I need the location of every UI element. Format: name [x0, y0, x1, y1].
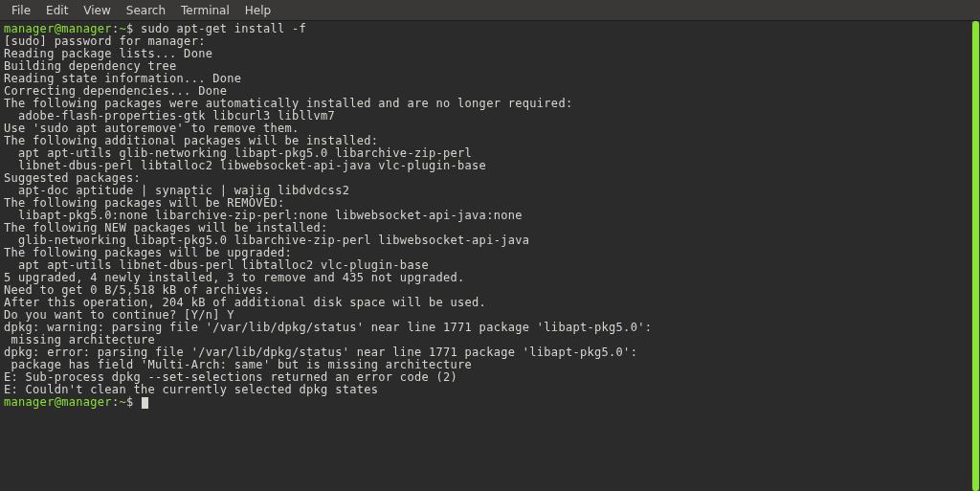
prompt-symbol: $ [126, 395, 134, 409]
terminal-line: package has field 'Multi-Arch: same' but… [4, 358, 472, 371]
terminal-line: apt apt-utils glib-networking libapt-pkg… [4, 146, 472, 160]
terminal-line: [sudo] password for manager: [4, 34, 206, 48]
terminal-area[interactable]: manager@manager:~$ sudo apt-get install … [0, 21, 980, 491]
terminal-line: The following NEW packages will be insta… [4, 221, 328, 234]
terminal-line: libapt-pkg5.0:none libarchive-zip-perl:n… [4, 209, 523, 222]
terminal-line: Reading state information... Done [4, 72, 241, 85]
terminal-line: Use 'sudo apt autoremove' to remove them… [4, 122, 300, 135]
scrollbar[interactable] [970, 21, 980, 491]
scrollbar-thumb[interactable] [972, 21, 979, 491]
terminal-line: apt apt-utils libnet-dbus-perl libtalloc… [4, 258, 429, 272]
menu-view[interactable]: View [76, 2, 118, 19]
terminal-line: Building dependency tree [4, 59, 177, 73]
terminal-line: E: Sub-process dpkg --set-selections ret… [4, 370, 457, 384]
prompt-symbol: $ [126, 22, 134, 35]
menu-help[interactable]: Help [237, 2, 278, 19]
terminal-line: missing architecture [4, 333, 155, 346]
terminal-line: Suggested packages: [4, 171, 141, 185]
terminal-line: The following packages were automaticall… [4, 97, 572, 110]
prompt-path: ~ [119, 395, 126, 409]
terminal-line: dpkg: warning: parsing file '/var/lib/dp… [4, 321, 652, 334]
terminal-line: 5 upgraded, 4 newly installed, 3 to remo… [4, 271, 465, 284]
terminal-line: Need to get 0 B/5,518 kB of archives. [4, 283, 270, 297]
terminal-line: The following additional packages will b… [4, 134, 378, 147]
command-text: sudo apt-get install -f [141, 22, 306, 35]
menubar: File Edit View Search Terminal Help [0, 0, 980, 21]
terminal-line: dpkg: error: parsing file '/var/lib/dpkg… [4, 346, 637, 359]
prompt-path: ~ [119, 22, 126, 35]
menu-edit[interactable]: Edit [38, 2, 76, 19]
terminal-content[interactable]: manager@manager:~$ sudo apt-get install … [0, 21, 970, 491]
prompt-user: manager@manager [4, 395, 112, 409]
terminal-line: The following packages will be upgraded: [4, 246, 292, 259]
terminal-line: adobe-flash-properties-gtk libcurl3 libl… [4, 109, 335, 123]
cursor [142, 397, 148, 409]
terminal-line: apt-doc aptitude | synaptic | wajig libd… [4, 184, 349, 197]
terminal-line: E: Couldn't clean the currently selected… [4, 383, 378, 396]
terminal-line: glib-networking libapt-pkg5.0 libarchive… [4, 234, 529, 247]
terminal-line: Reading package lists... Done [4, 47, 212, 60]
prompt-user: manager@manager [4, 22, 112, 35]
terminal-line: Correcting dependencies... Done [4, 84, 227, 98]
terminal-line: libnet-dbus-perl libtalloc2 libwebsocket… [4, 159, 486, 172]
menu-file[interactable]: File [4, 2, 38, 19]
terminal-line: Do you want to continue? [Y/n] Y [4, 308, 234, 322]
menu-search[interactable]: Search [119, 2, 173, 19]
menu-terminal[interactable]: Terminal [173, 2, 237, 19]
terminal-line: After this operation, 204 kB of addition… [4, 296, 486, 309]
terminal-line: The following packages will be REMOVED: [4, 196, 284, 210]
